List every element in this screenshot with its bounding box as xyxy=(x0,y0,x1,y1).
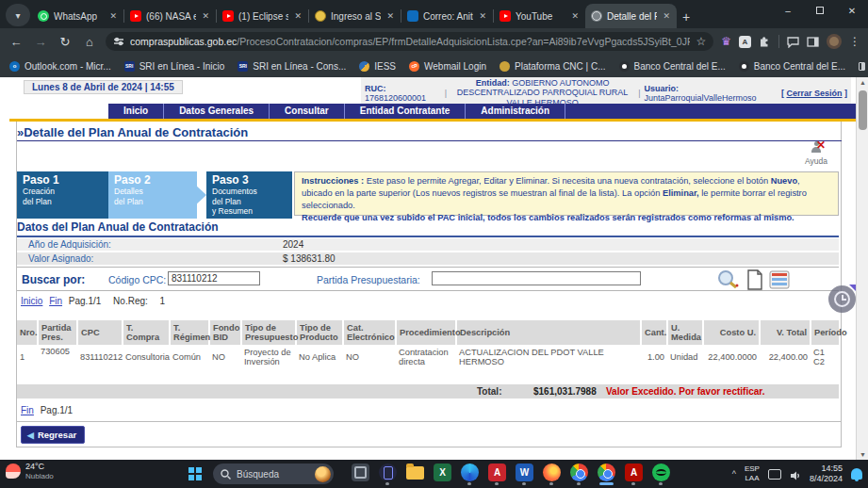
bookmark-webmail[interactable]: cPWebmail Login xyxy=(409,61,486,72)
window-minimize-button[interactable]: – xyxy=(772,0,804,21)
instructions-box: Instrucciones : Este paso le permite Agr… xyxy=(294,171,839,216)
all-bookmarks-button[interactable]: Todos los marcadores xyxy=(859,56,868,76)
bookmark-sri-inicio[interactable]: SRISRI en Línea - Inicio xyxy=(124,61,225,72)
window-maximize-button[interactable] xyxy=(804,0,836,21)
menu-administracion[interactable]: Administración xyxy=(466,104,565,119)
partida-input[interactable] xyxy=(432,271,641,285)
adobe-reader-icon[interactable]: A xyxy=(624,463,644,482)
results-table: Nro. Partida Pres. CPC T. Compra T. Régi… xyxy=(17,320,839,369)
step-arrow-icon xyxy=(194,184,206,206)
step-1-creacion[interactable]: Paso 1 Creación del Plan xyxy=(17,171,108,219)
notification-bell-icon[interactable] xyxy=(851,468,862,480)
close-tab-icon[interactable]: ✕ xyxy=(570,11,580,21)
bookmark-bce-2[interactable]: Banco Central del E... xyxy=(739,61,845,72)
excel-icon[interactable]: X xyxy=(433,463,452,482)
tab-eclipse[interactable]: (1) Eclipse solar ✕ xyxy=(217,4,308,28)
close-tab-icon[interactable]: ✕ xyxy=(478,11,487,21)
volume-icon[interactable] xyxy=(790,468,801,480)
cpc-input[interactable] xyxy=(168,271,260,285)
chrome-icon[interactable] xyxy=(569,463,589,482)
close-tab-icon[interactable]: ✕ xyxy=(293,11,303,21)
weather-icon xyxy=(6,464,21,479)
side-panel-icon[interactable] xyxy=(807,36,819,48)
sri-icon: SRI xyxy=(124,61,135,72)
menu-inicio[interactable]: Inicio xyxy=(108,104,164,119)
step-2-detalles-active[interactable]: Paso 2 Detalles del Plan xyxy=(108,171,197,219)
regresar-button[interactable]: ◀ Regresar xyxy=(21,426,85,444)
pagination-fin-link[interactable]: Fin xyxy=(21,405,34,415)
start-button[interactable] xyxy=(188,467,202,480)
tab-correo[interactable]: Correo: Anita So ✕ xyxy=(401,4,493,28)
edge-icon[interactable] xyxy=(460,463,480,482)
menu-datos-generales[interactable]: Datos Generales xyxy=(164,104,270,119)
tab-ingreso-sistema[interactable]: Ingreso al Sistem ✕ xyxy=(309,4,401,28)
cpanel-icon: cP xyxy=(409,61,419,72)
scroll-up-icon[interactable]: ▲ xyxy=(857,79,868,86)
bookmark-bce-1[interactable]: Banco Central del E... xyxy=(619,61,726,72)
spotify-icon[interactable] xyxy=(651,463,671,482)
step-3-documentos[interactable]: Paso 3 Documentos del Plan y Resumen xyxy=(206,171,292,219)
tray-clock[interactable]: 14:558/4/2024 xyxy=(810,464,843,485)
firefox-icon[interactable] xyxy=(542,463,562,482)
back-icon[interactable]: ← xyxy=(8,35,25,49)
home-icon[interactable]: ⌂ xyxy=(81,35,98,49)
close-tab-icon[interactable]: ✕ xyxy=(662,11,671,21)
close-tab-icon[interactable]: ✕ xyxy=(108,11,118,21)
acrobat-icon[interactable]: A xyxy=(487,463,507,482)
browser-toolbar: ← → ↻ ⌂ compraspublicas.gob.ec/ProcesoCo… xyxy=(0,28,868,55)
tray-overflow-chevron[interactable]: ^ xyxy=(732,469,736,479)
phone-link-icon[interactable] xyxy=(378,463,398,482)
chrome-active-icon[interactable] xyxy=(597,463,616,482)
close-tab-icon[interactable]: ✕ xyxy=(201,11,210,21)
tab-youtube[interactable]: YouTube ✕ xyxy=(494,4,585,28)
taskbar-search[interactable]: Búsqueda xyxy=(213,464,334,484)
pagination-fin-link[interactable]: Fin xyxy=(49,296,62,306)
tab-detalle-plan-active[interactable]: Detalle del Plan ✕ xyxy=(585,4,677,28)
address-bar[interactable]: compraspublicas.gob.ec/ProcesoContrataci… xyxy=(106,32,713,51)
tab-search-button[interactable]: ▾ xyxy=(6,4,30,26)
translate-icon[interactable]: A xyxy=(739,36,751,48)
scrollbar-thumb[interactable] xyxy=(859,90,867,130)
file-explorer-icon[interactable] xyxy=(405,463,425,482)
browser-menu-kebab-icon[interactable]: ⋮ xyxy=(849,35,860,48)
clock-icon xyxy=(834,291,850,307)
language-indicator[interactable]: ESPLAA xyxy=(745,464,760,482)
profile-avatar[interactable] xyxy=(827,34,842,49)
menu-entidad-contratante[interactable]: Entidad Contratante xyxy=(345,104,467,119)
table-row[interactable]: 1 730605 831110212 Consultoria Común NO … xyxy=(17,345,839,369)
help-icon: ✕ xyxy=(807,139,826,155)
bookmark-outlook[interactable]: oOutlook.com - Micr... xyxy=(9,61,111,72)
cast-device-icon[interactable] xyxy=(768,469,781,480)
word-icon[interactable]: W xyxy=(515,463,534,482)
bookmark-star-icon[interactable]: ☆ xyxy=(696,35,706,48)
forward-icon[interactable]: → xyxy=(32,35,49,49)
floating-clock-widget[interactable] xyxy=(828,285,856,313)
reload-icon[interactable]: ↻ xyxy=(57,35,74,49)
tab-nasa[interactable]: (66) NASA en Es ✕ xyxy=(124,4,216,28)
system-tray: ^ ESPLAA 14:558/4/2024 xyxy=(732,460,862,488)
sri-icon: SRI xyxy=(237,61,248,72)
search-magnifier-icon[interactable] xyxy=(716,269,739,294)
pagination-inicio-link[interactable]: Inicio xyxy=(21,296,42,306)
weather-widget[interactable]: 24°CNublado xyxy=(6,462,54,481)
chat-icon[interactable] xyxy=(787,36,799,48)
new-tab-button[interactable]: + xyxy=(682,9,690,24)
bookmark-cnc[interactable]: Plataforma CNC | C... xyxy=(500,61,606,72)
logout-link[interactable]: [ Cerrar Sesión ] xyxy=(781,89,847,98)
gold-divider xyxy=(9,119,856,122)
page-scrollbar[interactable]: ▲ ▼ xyxy=(856,77,868,460)
menu-consultar[interactable]: Consultar xyxy=(270,104,345,119)
tab-whatsapp[interactable]: WhatsApp ✕ xyxy=(32,4,123,28)
extensions-puzzle-icon[interactable] xyxy=(759,36,771,48)
window-close-button[interactable]: ✕ xyxy=(836,0,868,21)
bookmark-iess[interactable]: IESS xyxy=(359,61,396,72)
list-view-icon[interactable] xyxy=(769,269,790,294)
site-settings-icon[interactable] xyxy=(113,36,124,47)
scroll-down-icon[interactable]: ▼ xyxy=(857,451,868,458)
crown-extension-icon[interactable]: ♛ xyxy=(721,35,731,48)
photos-app-icon[interactable] xyxy=(351,463,370,482)
help-button[interactable]: ✕ Ayuda xyxy=(802,139,830,166)
new-document-icon[interactable] xyxy=(746,269,763,294)
close-tab-icon[interactable]: ✕ xyxy=(385,11,395,21)
bookmark-sri-consultas[interactable]: SRISRI en Línea - Cons... xyxy=(237,61,346,72)
